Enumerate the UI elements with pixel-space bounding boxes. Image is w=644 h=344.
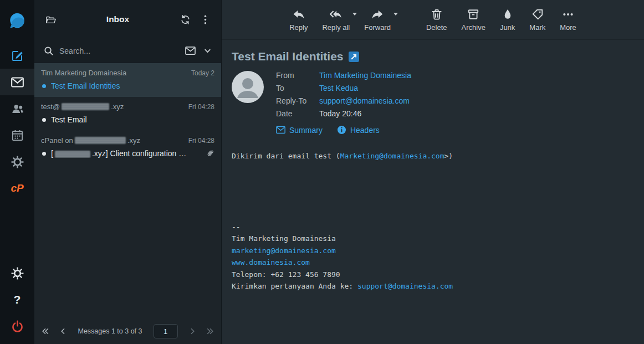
- message-subject: Test Email: [51, 115, 214, 124]
- mail-icon: [11, 76, 24, 89]
- summary-icon: [276, 125, 285, 135]
- junk-button[interactable]: Junk: [496, 8, 519, 32]
- signature-email-link[interactable]: marketing@domainesia.com: [232, 247, 336, 255]
- signature-website-link[interactable]: www.domainesia.com: [232, 258, 310, 266]
- open-in-new-window-button[interactable]: [349, 52, 359, 62]
- body-line: Dikirim dari email test (Marketing@domai…: [232, 150, 633, 162]
- message-headers: From Tim Marketing Domainesia To Test Ke…: [276, 71, 411, 118]
- logout-button[interactable]: [0, 313, 34, 340]
- message-sender: Tim Marketing Domainesia: [41, 69, 187, 77]
- mark-button[interactable]: Mark: [525, 8, 549, 32]
- date-label: Date: [276, 109, 319, 118]
- message-row[interactable]: Tim Marketing Domainesia Today 2 Test Em…: [34, 63, 221, 97]
- more-icon: [562, 8, 574, 20]
- message-body: Dikirim dari email test (Marketing@domai…: [232, 150, 633, 292]
- pagination-label: Messages 1 to 3 of 3: [78, 327, 142, 335]
- forward-button[interactable]: Forward: [360, 8, 395, 32]
- sidebar-item-mail[interactable]: [0, 69, 34, 95]
- forward-icon: [371, 8, 384, 20]
- reply-button[interactable]: Reply: [285, 8, 311, 32]
- gear-icon: [11, 156, 24, 168]
- search-bar: [34, 39, 221, 63]
- search-input[interactable]: [59, 47, 179, 55]
- replyto-value[interactable]: support@domainesia.com: [319, 96, 411, 105]
- header-actions: Summary Headers: [276, 125, 411, 135]
- message-title: Test Email Identities: [232, 50, 344, 63]
- folder-title: Inbox: [62, 14, 173, 24]
- summary-button[interactable]: Summary: [276, 125, 323, 135]
- search-scope-button[interactable]: [184, 43, 196, 59]
- message-sender: test@.xyz: [41, 102, 184, 111]
- archive-button[interactable]: Archive: [458, 8, 489, 32]
- message-date: Fri 04:28: [188, 137, 214, 145]
- message-panel: Reply Reply all Forward: [222, 0, 644, 344]
- message-date: Today 2: [191, 69, 214, 77]
- mail-scope-icon: [185, 45, 196, 56]
- more-button[interactable]: More: [556, 8, 580, 32]
- message-list-panel: Inbox: [34, 0, 222, 344]
- folder-icon: [45, 14, 56, 25]
- compose-button[interactable]: [0, 42, 34, 69]
- app-logo[interactable]: [0, 0, 34, 42]
- to-value[interactable]: Test Kedua: [319, 84, 411, 93]
- unread-dot: [42, 118, 46, 122]
- sidebar-item-calendar[interactable]: [0, 122, 34, 148]
- sidebar-item-help[interactable]: ?: [0, 286, 34, 313]
- task-menu: cP ?: [0, 0, 34, 344]
- contacts-icon: [11, 102, 24, 115]
- sidebar-item-contacts[interactable]: [0, 95, 34, 122]
- delete-button[interactable]: Delete: [422, 8, 451, 32]
- prev-page-button[interactable]: [55, 324, 71, 339]
- prev-page-icon: [59, 327, 68, 336]
- sidebar-item-options[interactable]: [0, 260, 34, 286]
- next-page-button[interactable]: [185, 324, 200, 339]
- first-page-button[interactable]: [38, 324, 53, 339]
- reply-all-button[interactable]: Reply all: [318, 8, 354, 32]
- attachment-icon: [206, 149, 214, 158]
- signature-phone: Telepon: +62 123 456 7890: [232, 269, 633, 281]
- sender-avatar: [232, 71, 264, 103]
- last-page-icon: [206, 327, 214, 336]
- compose-icon: [11, 49, 24, 62]
- support-email-link[interactable]: support@domainesia.com: [357, 282, 453, 290]
- redacted-text: [75, 137, 126, 144]
- from-value[interactable]: Tim Marketing Domainesia: [319, 71, 411, 80]
- body-email-link[interactable]: Marketing@domainesia.com: [340, 152, 444, 160]
- kebab-menu-icon: [200, 14, 211, 25]
- body-blank-lines: [232, 162, 633, 221]
- delete-icon: [431, 8, 443, 20]
- page-input[interactable]: [154, 324, 178, 338]
- folders-button[interactable]: [42, 11, 59, 28]
- mark-icon: [531, 8, 544, 20]
- last-page-button[interactable]: [202, 324, 218, 339]
- brand-bubble-icon: [8, 12, 27, 30]
- from-label: From: [276, 71, 319, 80]
- redacted-text: [62, 103, 109, 110]
- reply-icon: [293, 8, 305, 20]
- list-options-button[interactable]: [197, 11, 213, 28]
- unread-dot: [42, 84, 46, 88]
- person-icon: [232, 71, 264, 103]
- search-options-button[interactable]: [201, 43, 213, 59]
- date-value: Today 20:46: [319, 109, 411, 118]
- replyto-label: Reply-To: [276, 96, 319, 105]
- cpanel-logo: cP: [11, 182, 23, 194]
- caret-down-icon[interactable]: [352, 13, 357, 16]
- refresh-button[interactable]: [177, 11, 193, 28]
- message-row[interactable]: test@.xyz Fri 04:28 Test Email: [34, 97, 221, 131]
- chevron-down-icon: [202, 45, 213, 56]
- signature-name: Tim Marketing Domainesia: [232, 233, 633, 245]
- message-row[interactable]: cPanel on.xyz Fri 04:28 [.xyz] Client co…: [34, 131, 221, 165]
- info-icon: [337, 125, 346, 135]
- sidebar-item-settings[interactable]: [0, 148, 34, 175]
- archive-icon: [467, 8, 479, 20]
- to-label: To: [276, 84, 319, 93]
- message-subject: [.xyz] Client configuration …: [51, 149, 201, 158]
- reply-all-icon: [330, 8, 342, 20]
- junk-icon: [502, 8, 514, 20]
- help-icon: ?: [14, 293, 21, 306]
- sidebar-item-cpanel[interactable]: cP: [0, 175, 34, 202]
- caret-down-icon[interactable]: [393, 13, 398, 16]
- unread-dot: [42, 152, 46, 156]
- headers-button[interactable]: Headers: [337, 125, 380, 135]
